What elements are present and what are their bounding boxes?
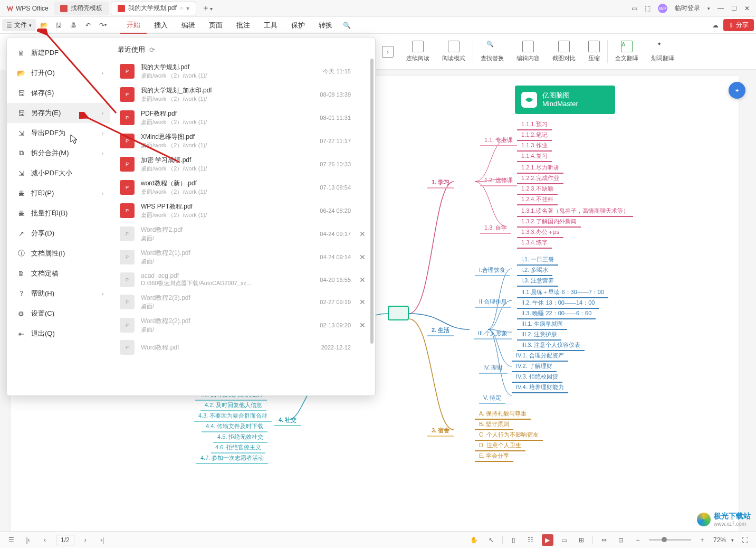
view-dual-button[interactable]: ▭ (559, 534, 570, 546)
remove-recent-button[interactable]: ✕ (357, 298, 368, 306)
search-button[interactable]: 🔍 (340, 18, 353, 32)
ribbon-word-translate[interactable]: ✦划词翻译 (646, 41, 680, 62)
floating-assistant-button[interactable]: ✦ (729, 82, 745, 99)
share-button[interactable]: ⇪分享 (723, 19, 754, 31)
fit-page-button[interactable]: ⊡ (615, 534, 627, 546)
view-continuous-button[interactable]: ☷ (525, 534, 537, 546)
recent-file-item[interactable]: P 我的大学规划_加水印.pdf 桌面/work （2）/work (1)/ 0… (118, 83, 375, 106)
ribbon-read-mode[interactable]: 阅读模式 (437, 41, 471, 62)
menu-insert[interactable]: 插入 (148, 21, 174, 30)
login-dropdown-icon[interactable]: ▾ (707, 6, 710, 11)
recent-file-item[interactable]: P PDF教程.pdf 桌面/work （2）/work (1)/ 08-01 … (118, 106, 375, 129)
page-indicator[interactable]: 1/2 (56, 535, 74, 545)
file-menu-item-1[interactable]: 📂打开(O)› (7, 63, 110, 83)
ribbon-compress[interactable]: 压缩 (583, 41, 605, 62)
last-page-button[interactable]: ›| (97, 534, 108, 546)
window-controls: ▭ ⬚ WP 临时登录 ▾ — ☐ ✕ (627, 4, 754, 13)
file-menu-item-10[interactable]: ⓘ文档属性(I) (7, 243, 110, 263)
recent-file-item[interactable]: P Word教程2(2).pdf 桌面/ 02-13 09:20 ✕ (118, 314, 375, 337)
tab-current-doc[interactable]: 我的大学规划.pdf ○ ▾ (111, 2, 196, 15)
file-menu-item-6[interactable]: ⇲减小PDF大小 (7, 163, 110, 183)
remove-recent-button[interactable]: ✕ (357, 321, 368, 329)
file-menu-item-8[interactable]: 🖶批量打印(B) (7, 203, 110, 223)
cloud-icon[interactable]: ☁ (709, 18, 722, 32)
tab-dropdown-icon[interactable]: ▾ (186, 5, 189, 12)
user-avatar[interactable]: WP (658, 4, 667, 13)
zoom-value[interactable]: 72% (713, 536, 726, 544)
file-menu-item-12[interactable]: ？帮助(H)› (7, 284, 110, 304)
menu-tools[interactable]: 工具 (257, 21, 284, 30)
pdf-icon (118, 5, 125, 12)
next-page-button[interactable]: › (80, 534, 91, 546)
scrollbar[interactable] (370, 59, 374, 344)
layout-icon[interactable]: ▭ (631, 5, 637, 12)
view-single-button[interactable]: ▯ (508, 534, 520, 546)
leaf: 1.3.1.读名著（鬼谷子，高情商聊天术等） (517, 206, 633, 217)
new-tab-button[interactable]: ＋▾ (197, 3, 217, 14)
ribbon-find-replace[interactable]: 🔍查找替换 (475, 41, 509, 62)
undo-button[interactable]: ↶ (81, 18, 95, 32)
ribbon-edit-content[interactable]: 编辑内容 (511, 41, 545, 62)
maximize-button[interactable]: ☐ (731, 5, 737, 12)
file-menu-item-2[interactable]: 🖫保存(S) (7, 83, 110, 103)
open-folder-button[interactable]: 📂 (37, 18, 51, 32)
fit-width-button[interactable]: ⇔ (598, 534, 610, 546)
ribbon-continuous-read[interactable]: 连续阅读 (401, 41, 435, 62)
remove-recent-button[interactable]: ✕ (357, 276, 368, 284)
sidebar-toggle-button[interactable]: ☰ (5, 534, 17, 546)
file-menu-item-11[interactable]: 🗎文档定稿 (7, 263, 110, 284)
file-menu-item-7[interactable]: 🖶打印(P)› (7, 183, 110, 203)
play-button[interactable]: ▶ (542, 534, 553, 546)
save-button[interactable]: 🖫 (52, 18, 65, 32)
tab-templates[interactable]: 找稻壳模板 (54, 2, 109, 15)
recent-file-item[interactable]: P 我的大学规划.pdf 桌面/work （2）/work (1)/ 今天 11… (118, 60, 375, 83)
recent-file-item[interactable]: P Word教程.pdf 2022-12-12 (118, 337, 375, 358)
prev-page-button[interactable]: ‹ (39, 534, 51, 546)
cube-icon[interactable]: ⬚ (645, 5, 650, 12)
fullscreen-button[interactable]: ⛶ (739, 534, 751, 546)
file-menu-item-9[interactable]: ↗分享(D) (7, 223, 110, 243)
refresh-icon[interactable]: ⟳ (149, 46, 155, 54)
pdf-file-icon: P (120, 318, 135, 333)
close-button[interactable]: ✕ (744, 5, 750, 12)
minimize-button[interactable]: — (717, 5, 724, 12)
zoom-in-button[interactable]: ＋ (696, 534, 708, 546)
view-grid-button[interactable]: ⊞ (576, 534, 587, 546)
redo-button[interactable]: ↷▾ (96, 18, 110, 32)
file-menu-item-14[interactable]: ⇤退出(Q) (7, 324, 110, 344)
ribbon-full-translate[interactable]: A全文翻译 (610, 41, 644, 62)
recent-files-panel: 最近使用 ⟳ P 我的大学规划.pdf 桌面/work （2）/work (1)… (110, 37, 375, 395)
first-page-button[interactable]: |‹ (22, 534, 34, 546)
ribbon-screenshot-compare[interactable]: 截图对比 (547, 41, 581, 62)
recent-file-item[interactable]: P WPS PPT教程.pdf 桌面/work （2）/work (1)/ 06… (118, 199, 375, 222)
hand-tool-button[interactable]: ✋ (468, 534, 480, 546)
menu-edit[interactable]: 编辑 (175, 21, 202, 30)
print-button[interactable]: 🖶 (66, 18, 80, 32)
file-menu-item-4[interactable]: ⇲导出PDF为› (7, 123, 110, 143)
recent-file-item[interactable]: P 加密 学习成绩.pdf 桌面/work （2）/work (1)/ 07-2… (118, 153, 375, 176)
menu-protect[interactable]: 保护 (285, 21, 311, 30)
zoom-slider[interactable] (649, 539, 691, 541)
file-menu-item-5[interactable]: ⧉拆分合并(M)› (7, 143, 110, 163)
menu-convert[interactable]: 转换 (312, 21, 339, 30)
recent-file-item[interactable]: P word教程（新）.pdf 桌面/work （2）/work (1)/ 07… (118, 176, 375, 199)
file-menu-item-0[interactable]: 🗎新建PDF (7, 43, 110, 63)
menu-annotate[interactable]: 批注 (230, 21, 256, 30)
remove-recent-button[interactable]: ✕ (357, 253, 368, 261)
zoom-dropdown-icon[interactable]: ▾ (731, 537, 734, 543)
recent-file-item[interactable]: P Word教程2.pdf 桌面/ 04-24 09:17 ✕ (118, 222, 375, 245)
file-menu-item-3[interactable]: 🖫另存为(E)› (7, 103, 110, 123)
recent-file-item[interactable]: P XMind思维导图.pdf 桌面/work （2）/work (1)/ 07… (118, 129, 375, 153)
menu-start[interactable]: 开始 (120, 17, 147, 34)
remove-recent-button[interactable]: ✕ (357, 230, 368, 238)
menu-page[interactable]: 页面 (203, 21, 229, 30)
login-status[interactable]: 临时登录 (675, 4, 700, 13)
file-menu-item-13[interactable]: ⚙设置(C) (7, 304, 110, 324)
select-tool-button[interactable]: ↖ (485, 534, 497, 546)
recent-file-item[interactable]: P Word教程2(1).pdf 桌面/ 04-24 09:14 ✕ (118, 245, 375, 269)
recent-file-item[interactable]: P Word教程2(3).pdf 桌面/ 02-27 09:19 ✕ (118, 290, 375, 314)
ribbon-next[interactable]: › (377, 46, 399, 58)
file-menu-button[interactable]: ☰ 文件 ▾ (2, 19, 36, 31)
zoom-out-button[interactable]: − (632, 534, 644, 546)
recent-file-item[interactable]: P acad_acg.pdf D:/360极速浏览器下载/AutoCAD2007… (118, 269, 375, 290)
